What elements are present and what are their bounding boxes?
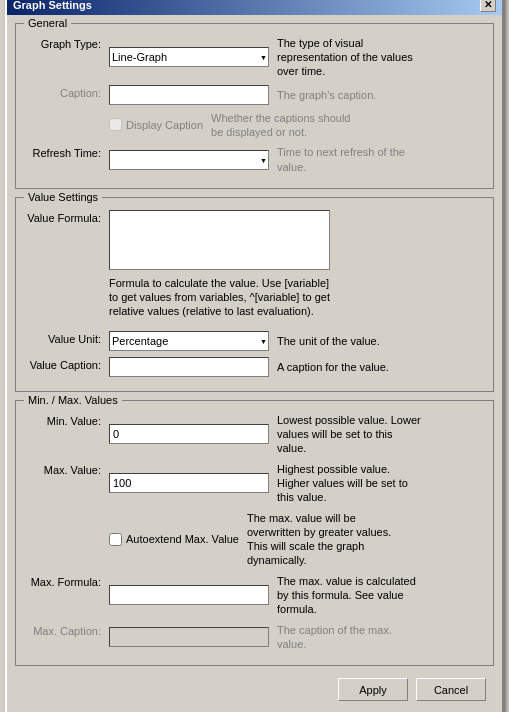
max-formula-row: Max. Formula: The max. value is calculat… [24, 574, 485, 617]
autoextend-spacer [24, 511, 109, 513]
refresh-time-control: Time to next refresh of the value. [109, 145, 485, 174]
close-button[interactable]: ✕ [480, 0, 496, 12]
caption-control: The graph's caption. [109, 85, 485, 105]
refresh-time-label: Refresh Time: [24, 145, 109, 159]
graph-settings-dialog: Graph Settings ✕ General Graph Type: Lin… [5, 0, 504, 712]
display-caption-control: Display Caption Whether the captions sho… [109, 111, 485, 140]
display-caption-row: Display Caption Whether the captions sho… [24, 111, 485, 140]
value-formula-row: Value Formula: Formula to calculate the … [24, 210, 485, 325]
max-caption-label: Max. Caption: [24, 623, 109, 637]
value-caption-control: A caption for the value. [109, 357, 485, 377]
min-max-content: Min. Value: Lowest possible value. Lower… [24, 401, 485, 651]
graph-type-select[interactable]: Line-Graph Bar-Graph Pie-Graph [109, 47, 269, 67]
value-formula-label: Value Formula: [24, 210, 109, 224]
value-caption-row: Value Caption: A caption for the value. [24, 357, 485, 377]
display-caption-description: Whether the captions should be displayed… [203, 111, 358, 140]
cancel-button[interactable]: Cancel [416, 678, 486, 701]
min-max-legend: Min. / Max. Values [24, 394, 122, 406]
value-caption-description: A caption for the value. [269, 360, 424, 374]
max-formula-control: The max. value is calculated by this for… [109, 574, 485, 617]
max-value-label: Max. Value: [24, 462, 109, 476]
max-formula-input[interactable] [109, 585, 269, 605]
refresh-time-select-wrapper [109, 150, 269, 170]
graph-type-control: Line-Graph Bar-Graph Pie-Graph The type … [109, 36, 485, 79]
autoextend-description: The max. value will be overwritten by gr… [239, 511, 394, 568]
value-unit-row: Value Unit: Percentage Absolute Bytes Ki… [24, 331, 485, 351]
general-content: Graph Type: Line-Graph Bar-Graph Pie-Gra… [24, 24, 485, 174]
titlebar: Graph Settings ✕ [7, 0, 502, 15]
value-caption-input[interactable] [109, 357, 269, 377]
graph-type-description: The type of visual representation of the… [269, 36, 424, 79]
max-value-input[interactable] [109, 473, 269, 493]
general-legend: General [24, 17, 71, 29]
min-value-control: Lowest possible value. Lower values will… [109, 413, 485, 456]
value-unit-control: Percentage Absolute Bytes Kilobytes Mega… [109, 331, 485, 351]
graph-type-label: Graph Type: [24, 36, 109, 50]
value-unit-description: The unit of the value. [269, 334, 424, 348]
graph-type-select-wrapper: Line-Graph Bar-Graph Pie-Graph [109, 47, 269, 67]
min-max-group: Min. / Max. Values Min. Value: Lowest po… [15, 400, 494, 666]
max-formula-label: Max. Formula: [24, 574, 109, 588]
display-caption-checkbox[interactable] [109, 118, 122, 131]
dialog-content: General Graph Type: Line-Graph Bar-Graph… [7, 15, 502, 712]
max-caption-description: The caption of the max. value. [269, 623, 424, 652]
formula-description: Formula to calculate the value. Use [var… [109, 276, 330, 319]
min-value-label: Min. Value: [24, 413, 109, 427]
dialog-title: Graph Settings [13, 0, 92, 11]
caption-label: Caption: [24, 85, 109, 99]
max-formula-description: The max. value is calculated by this for… [269, 574, 424, 617]
refresh-time-description: Time to next refresh of the value. [269, 145, 424, 174]
refresh-time-row: Refresh Time: Time to next refresh of th… [24, 145, 485, 174]
max-value-row: Max. Value: Highest possible value. High… [24, 462, 485, 505]
min-value-description: Lowest possible value. Lower values will… [269, 413, 424, 456]
value-caption-label: Value Caption: [24, 357, 109, 371]
autoextend-row: Autoextend Max. Value The max. value wil… [24, 511, 485, 568]
value-settings-legend: Value Settings [24, 191, 102, 203]
value-unit-select-wrapper: Percentage Absolute Bytes Kilobytes Mega… [109, 331, 269, 351]
max-value-description: Highest possible value. Higher values wi… [269, 462, 424, 505]
display-caption-spacer [24, 111, 109, 113]
max-caption-row: Max. Caption: The caption of the max. va… [24, 623, 485, 652]
max-caption-control: The caption of the max. value. [109, 623, 485, 652]
value-unit-select[interactable]: Percentage Absolute Bytes Kilobytes Mega… [109, 331, 269, 351]
display-caption-label: Display Caption [126, 119, 203, 131]
autoextend-checkbox[interactable] [109, 533, 122, 546]
value-settings-group: Value Settings Value Formula: Formula to… [15, 197, 494, 392]
caption-row: Caption: The graph's caption. [24, 85, 485, 105]
value-formula-area: Formula to calculate the value. Use [var… [109, 210, 330, 325]
general-group: General Graph Type: Line-Graph Bar-Graph… [15, 23, 494, 189]
button-row: Apply Cancel [15, 674, 494, 709]
caption-description: The graph's caption. [269, 88, 424, 102]
max-caption-input[interactable] [109, 627, 269, 647]
value-formula-input[interactable] [109, 210, 330, 270]
value-unit-label: Value Unit: [24, 331, 109, 345]
min-value-row: Min. Value: Lowest possible value. Lower… [24, 413, 485, 456]
min-value-input[interactable] [109, 424, 269, 444]
value-settings-content: Value Formula: Formula to calculate the … [24, 198, 485, 377]
autoextend-label: Autoextend Max. Value [126, 533, 239, 545]
autoextend-control: Autoextend Max. Value The max. value wil… [109, 511, 485, 568]
max-value-control: Highest possible value. Higher values wi… [109, 462, 485, 505]
graph-type-row: Graph Type: Line-Graph Bar-Graph Pie-Gra… [24, 36, 485, 79]
caption-input[interactable] [109, 85, 269, 105]
apply-button[interactable]: Apply [338, 678, 408, 701]
refresh-time-select[interactable] [109, 150, 269, 170]
